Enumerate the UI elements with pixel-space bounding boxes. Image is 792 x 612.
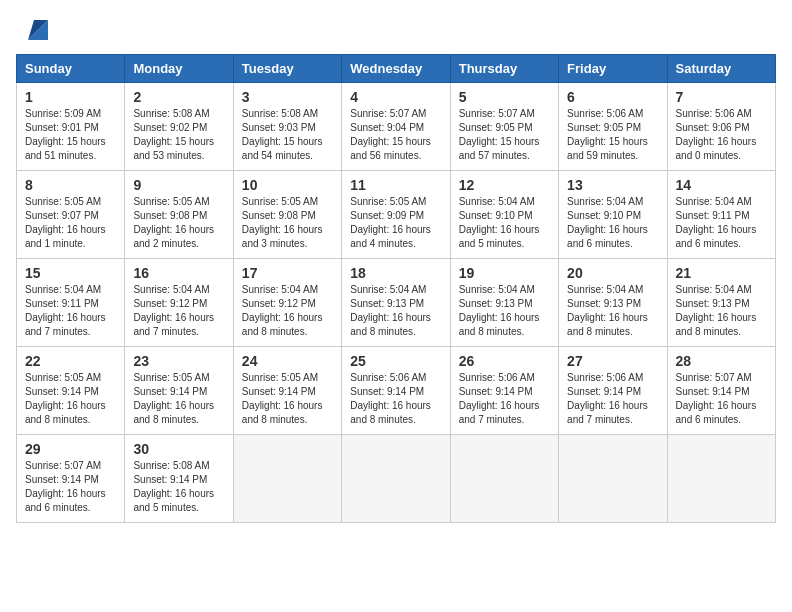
day-info: Sunrise: 5:04 AM Sunset: 9:12 PM Dayligh… (242, 283, 333, 339)
calendar-week-4: 29Sunrise: 5:07 AM Sunset: 9:14 PM Dayli… (17, 435, 776, 523)
day-number: 30 (133, 441, 224, 457)
day-info: Sunrise: 5:09 AM Sunset: 9:01 PM Dayligh… (25, 107, 116, 163)
day-info: Sunrise: 5:04 AM Sunset: 9:11 PM Dayligh… (676, 195, 767, 251)
day-number: 25 (350, 353, 441, 369)
column-header-saturday: Saturday (667, 55, 775, 83)
day-number: 21 (676, 265, 767, 281)
day-number: 3 (242, 89, 333, 105)
calendar-cell: 26Sunrise: 5:06 AM Sunset: 9:14 PM Dayli… (450, 347, 558, 435)
calendar-week-1: 8Sunrise: 5:05 AM Sunset: 9:07 PM Daylig… (17, 171, 776, 259)
calendar-cell: 7Sunrise: 5:06 AM Sunset: 9:06 PM Daylig… (667, 83, 775, 171)
calendar-cell: 20Sunrise: 5:04 AM Sunset: 9:13 PM Dayli… (559, 259, 667, 347)
column-header-monday: Monday (125, 55, 233, 83)
calendar-cell: 25Sunrise: 5:06 AM Sunset: 9:14 PM Dayli… (342, 347, 450, 435)
calendar-cell (559, 435, 667, 523)
calendar-cell: 8Sunrise: 5:05 AM Sunset: 9:07 PM Daylig… (17, 171, 125, 259)
day-number: 7 (676, 89, 767, 105)
day-info: Sunrise: 5:04 AM Sunset: 9:13 PM Dayligh… (350, 283, 441, 339)
day-info: Sunrise: 5:05 AM Sunset: 9:14 PM Dayligh… (242, 371, 333, 427)
calendar-cell (342, 435, 450, 523)
calendar-cell: 14Sunrise: 5:04 AM Sunset: 9:11 PM Dayli… (667, 171, 775, 259)
calendar-cell: 23Sunrise: 5:05 AM Sunset: 9:14 PM Dayli… (125, 347, 233, 435)
calendar-week-0: 1Sunrise: 5:09 AM Sunset: 9:01 PM Daylig… (17, 83, 776, 171)
column-header-friday: Friday (559, 55, 667, 83)
calendar-cell: 4Sunrise: 5:07 AM Sunset: 9:04 PM Daylig… (342, 83, 450, 171)
calendar-cell: 21Sunrise: 5:04 AM Sunset: 9:13 PM Dayli… (667, 259, 775, 347)
day-info: Sunrise: 5:08 AM Sunset: 9:14 PM Dayligh… (133, 459, 224, 515)
day-number: 2 (133, 89, 224, 105)
calendar-week-3: 22Sunrise: 5:05 AM Sunset: 9:14 PM Dayli… (17, 347, 776, 435)
day-info: Sunrise: 5:04 AM Sunset: 9:10 PM Dayligh… (567, 195, 658, 251)
day-info: Sunrise: 5:04 AM Sunset: 9:13 PM Dayligh… (459, 283, 550, 339)
day-info: Sunrise: 5:07 AM Sunset: 9:05 PM Dayligh… (459, 107, 550, 163)
day-info: Sunrise: 5:05 AM Sunset: 9:08 PM Dayligh… (133, 195, 224, 251)
calendar-cell: 5Sunrise: 5:07 AM Sunset: 9:05 PM Daylig… (450, 83, 558, 171)
day-info: Sunrise: 5:06 AM Sunset: 9:14 PM Dayligh… (567, 371, 658, 427)
day-info: Sunrise: 5:07 AM Sunset: 9:14 PM Dayligh… (25, 459, 116, 515)
calendar-cell: 2Sunrise: 5:08 AM Sunset: 9:02 PM Daylig… (125, 83, 233, 171)
day-info: Sunrise: 5:07 AM Sunset: 9:04 PM Dayligh… (350, 107, 441, 163)
day-info: Sunrise: 5:04 AM Sunset: 9:11 PM Dayligh… (25, 283, 116, 339)
day-number: 11 (350, 177, 441, 193)
day-number: 16 (133, 265, 224, 281)
day-number: 17 (242, 265, 333, 281)
calendar-cell: 12Sunrise: 5:04 AM Sunset: 9:10 PM Dayli… (450, 171, 558, 259)
calendar-cell: 16Sunrise: 5:04 AM Sunset: 9:12 PM Dayli… (125, 259, 233, 347)
day-info: Sunrise: 5:06 AM Sunset: 9:05 PM Dayligh… (567, 107, 658, 163)
calendar-cell: 27Sunrise: 5:06 AM Sunset: 9:14 PM Dayli… (559, 347, 667, 435)
day-info: Sunrise: 5:08 AM Sunset: 9:03 PM Dayligh… (242, 107, 333, 163)
day-number: 1 (25, 89, 116, 105)
day-info: Sunrise: 5:07 AM Sunset: 9:14 PM Dayligh… (676, 371, 767, 427)
day-number: 9 (133, 177, 224, 193)
calendar-cell: 19Sunrise: 5:04 AM Sunset: 9:13 PM Dayli… (450, 259, 558, 347)
calendar-cell: 3Sunrise: 5:08 AM Sunset: 9:03 PM Daylig… (233, 83, 341, 171)
calendar-cell: 24Sunrise: 5:05 AM Sunset: 9:14 PM Dayli… (233, 347, 341, 435)
day-info: Sunrise: 5:05 AM Sunset: 9:07 PM Dayligh… (25, 195, 116, 251)
day-number: 27 (567, 353, 658, 369)
calendar-header-row: SundayMondayTuesdayWednesdayThursdayFrid… (17, 55, 776, 83)
calendar-cell (233, 435, 341, 523)
day-info: Sunrise: 5:05 AM Sunset: 9:14 PM Dayligh… (133, 371, 224, 427)
day-number: 28 (676, 353, 767, 369)
day-info: Sunrise: 5:05 AM Sunset: 9:09 PM Dayligh… (350, 195, 441, 251)
day-info: Sunrise: 5:04 AM Sunset: 9:12 PM Dayligh… (133, 283, 224, 339)
calendar-cell: 6Sunrise: 5:06 AM Sunset: 9:05 PM Daylig… (559, 83, 667, 171)
day-info: Sunrise: 5:08 AM Sunset: 9:02 PM Dayligh… (133, 107, 224, 163)
calendar-cell: 1Sunrise: 5:09 AM Sunset: 9:01 PM Daylig… (17, 83, 125, 171)
calendar-cell: 9Sunrise: 5:05 AM Sunset: 9:08 PM Daylig… (125, 171, 233, 259)
day-number: 22 (25, 353, 116, 369)
calendar-cell (667, 435, 775, 523)
calendar-cell: 28Sunrise: 5:07 AM Sunset: 9:14 PM Dayli… (667, 347, 775, 435)
day-number: 8 (25, 177, 116, 193)
day-info: Sunrise: 5:06 AM Sunset: 9:06 PM Dayligh… (676, 107, 767, 163)
calendar-cell: 22Sunrise: 5:05 AM Sunset: 9:14 PM Dayli… (17, 347, 125, 435)
calendar-cell: 29Sunrise: 5:07 AM Sunset: 9:14 PM Dayli… (17, 435, 125, 523)
day-number: 6 (567, 89, 658, 105)
day-info: Sunrise: 5:04 AM Sunset: 9:10 PM Dayligh… (459, 195, 550, 251)
calendar-cell: 11Sunrise: 5:05 AM Sunset: 9:09 PM Dayli… (342, 171, 450, 259)
column-header-thursday: Thursday (450, 55, 558, 83)
calendar-cell: 15Sunrise: 5:04 AM Sunset: 9:11 PM Dayli… (17, 259, 125, 347)
day-info: Sunrise: 5:05 AM Sunset: 9:08 PM Dayligh… (242, 195, 333, 251)
calendar-cell: 17Sunrise: 5:04 AM Sunset: 9:12 PM Dayli… (233, 259, 341, 347)
calendar-week-2: 15Sunrise: 5:04 AM Sunset: 9:11 PM Dayli… (17, 259, 776, 347)
calendar-cell: 30Sunrise: 5:08 AM Sunset: 9:14 PM Dayli… (125, 435, 233, 523)
day-info: Sunrise: 5:06 AM Sunset: 9:14 PM Dayligh… (459, 371, 550, 427)
column-header-sunday: Sunday (17, 55, 125, 83)
day-info: Sunrise: 5:05 AM Sunset: 9:14 PM Dayligh… (25, 371, 116, 427)
day-number: 13 (567, 177, 658, 193)
day-number: 5 (459, 89, 550, 105)
day-info: Sunrise: 5:04 AM Sunset: 9:13 PM Dayligh… (567, 283, 658, 339)
day-number: 26 (459, 353, 550, 369)
day-info: Sunrise: 5:04 AM Sunset: 9:13 PM Dayligh… (676, 283, 767, 339)
calendar: SundayMondayTuesdayWednesdayThursdayFrid… (16, 54, 776, 523)
day-info: Sunrise: 5:06 AM Sunset: 9:14 PM Dayligh… (350, 371, 441, 427)
day-number: 20 (567, 265, 658, 281)
day-number: 4 (350, 89, 441, 105)
calendar-cell: 10Sunrise: 5:05 AM Sunset: 9:08 PM Dayli… (233, 171, 341, 259)
day-number: 29 (25, 441, 116, 457)
day-number: 24 (242, 353, 333, 369)
logo (16, 16, 48, 44)
day-number: 14 (676, 177, 767, 193)
day-number: 12 (459, 177, 550, 193)
